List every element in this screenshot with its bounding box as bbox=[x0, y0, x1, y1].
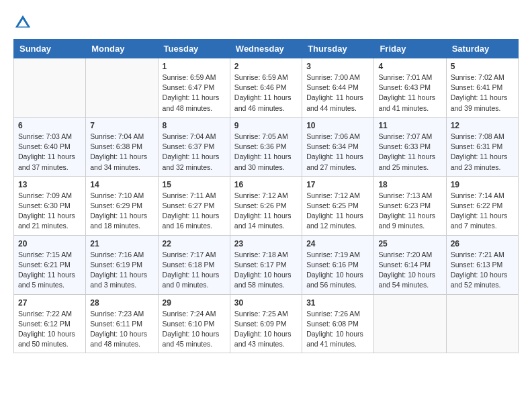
col-header-saturday: Saturday bbox=[446, 40, 518, 58]
day-number: 9 bbox=[234, 121, 298, 130]
calendar-cell: 8Sunrise: 7:04 AM Sunset: 6:37 PM Daylig… bbox=[158, 117, 230, 176]
day-number: 28 bbox=[90, 298, 153, 308]
day-info: Sunrise: 7:21 AM Sunset: 6:13 PM Dayligh… bbox=[451, 250, 514, 291]
day-info: Sunrise: 7:01 AM Sunset: 6:43 PM Dayligh… bbox=[378, 73, 441, 113]
calendar-cell: 21Sunrise: 7:16 AM Sunset: 6:19 PM Dayli… bbox=[86, 235, 158, 294]
day-number: 8 bbox=[163, 121, 226, 130]
calendar-cell: 16Sunrise: 7:12 AM Sunset: 6:26 PM Dayli… bbox=[230, 176, 302, 235]
calendar-cell bbox=[374, 294, 446, 353]
day-info: Sunrise: 7:14 AM Sunset: 6:22 PM Dayligh… bbox=[451, 191, 514, 232]
calendar-cell: 11Sunrise: 7:07 AM Sunset: 6:33 PM Dayli… bbox=[374, 117, 446, 176]
day-number: 24 bbox=[306, 239, 369, 248]
day-info: Sunrise: 7:07 AM Sunset: 6:33 PM Dayligh… bbox=[378, 132, 441, 173]
page-header bbox=[13, 13, 519, 32]
day-number: 31 bbox=[306, 298, 369, 308]
day-info: Sunrise: 7:26 AM Sunset: 6:08 PM Dayligh… bbox=[306, 309, 369, 350]
day-info: Sunrise: 7:12 AM Sunset: 6:26 PM Dayligh… bbox=[234, 191, 298, 232]
calendar-cell: 3Sunrise: 7:00 AM Sunset: 6:44 PM Daylig… bbox=[302, 58, 374, 118]
calendar-week-row: 1Sunrise: 6:59 AM Sunset: 6:47 PM Daylig… bbox=[14, 58, 519, 118]
logo-icon bbox=[13, 13, 32, 32]
calendar-cell: 5Sunrise: 7:02 AM Sunset: 6:41 PM Daylig… bbox=[446, 58, 518, 118]
calendar-cell: 24Sunrise: 7:19 AM Sunset: 6:16 PM Dayli… bbox=[302, 235, 374, 294]
calendar-cell: 19Sunrise: 7:14 AM Sunset: 6:22 PM Dayli… bbox=[446, 176, 518, 235]
calendar-cell: 10Sunrise: 7:06 AM Sunset: 6:34 PM Dayli… bbox=[302, 117, 374, 176]
day-info: Sunrise: 7:09 AM Sunset: 6:30 PM Dayligh… bbox=[18, 191, 81, 232]
day-number: 18 bbox=[378, 180, 441, 189]
day-info: Sunrise: 7:00 AM Sunset: 6:44 PM Dayligh… bbox=[306, 73, 369, 113]
day-number: 29 bbox=[163, 298, 226, 308]
day-info: Sunrise: 7:20 AM Sunset: 6:14 PM Dayligh… bbox=[378, 250, 441, 291]
calendar-table: SundayMondayTuesdayWednesdayThursdayFrid… bbox=[13, 39, 519, 353]
day-number: 3 bbox=[306, 62, 369, 71]
col-header-tuesday: Tuesday bbox=[158, 40, 230, 58]
day-number: 2 bbox=[234, 62, 298, 71]
day-number: 15 bbox=[163, 180, 226, 189]
day-number: 1 bbox=[163, 62, 226, 71]
calendar-week-row: 27Sunrise: 7:22 AM Sunset: 6:12 PM Dayli… bbox=[14, 294, 519, 353]
day-info: Sunrise: 7:12 AM Sunset: 6:25 PM Dayligh… bbox=[306, 191, 369, 232]
col-header-sunday: Sunday bbox=[14, 40, 86, 58]
day-info: Sunrise: 7:17 AM Sunset: 6:18 PM Dayligh… bbox=[163, 250, 226, 291]
calendar-cell: 17Sunrise: 7:12 AM Sunset: 6:25 PM Dayli… bbox=[302, 176, 374, 235]
calendar-cell: 12Sunrise: 7:08 AM Sunset: 6:31 PM Dayli… bbox=[446, 117, 518, 176]
day-number: 19 bbox=[451, 180, 514, 189]
calendar-cell: 30Sunrise: 7:25 AM Sunset: 6:09 PM Dayli… bbox=[230, 294, 302, 353]
calendar-cell: 31Sunrise: 7:26 AM Sunset: 6:08 PM Dayli… bbox=[302, 294, 374, 353]
day-number: 22 bbox=[163, 239, 226, 248]
day-info: Sunrise: 7:16 AM Sunset: 6:19 PM Dayligh… bbox=[90, 250, 153, 291]
day-number: 11 bbox=[378, 121, 441, 130]
calendar-cell: 9Sunrise: 7:05 AM Sunset: 6:36 PM Daylig… bbox=[230, 117, 302, 176]
day-number: 4 bbox=[378, 62, 441, 71]
day-info: Sunrise: 7:24 AM Sunset: 6:10 PM Dayligh… bbox=[163, 309, 226, 350]
calendar-cell: 6Sunrise: 7:03 AM Sunset: 6:40 PM Daylig… bbox=[14, 117, 86, 176]
calendar-cell: 14Sunrise: 7:10 AM Sunset: 6:29 PM Dayli… bbox=[86, 176, 158, 235]
day-number: 6 bbox=[18, 121, 81, 130]
calendar-cell: 28Sunrise: 7:23 AM Sunset: 6:11 PM Dayli… bbox=[86, 294, 158, 353]
day-info: Sunrise: 7:22 AM Sunset: 6:12 PM Dayligh… bbox=[18, 309, 81, 350]
day-info: Sunrise: 7:08 AM Sunset: 6:31 PM Dayligh… bbox=[451, 132, 514, 173]
col-header-friday: Friday bbox=[374, 40, 446, 58]
calendar-cell bbox=[14, 58, 86, 118]
day-number: 20 bbox=[18, 239, 81, 248]
calendar-cell: 18Sunrise: 7:13 AM Sunset: 6:23 PM Dayli… bbox=[374, 176, 446, 235]
day-number: 30 bbox=[234, 298, 298, 308]
day-info: Sunrise: 7:11 AM Sunset: 6:27 PM Dayligh… bbox=[163, 191, 226, 232]
day-number: 26 bbox=[451, 239, 514, 248]
day-info: Sunrise: 7:10 AM Sunset: 6:29 PM Dayligh… bbox=[90, 191, 153, 232]
day-info: Sunrise: 7:05 AM Sunset: 6:36 PM Dayligh… bbox=[234, 132, 298, 173]
day-info: Sunrise: 7:15 AM Sunset: 6:21 PM Dayligh… bbox=[18, 250, 81, 291]
day-info: Sunrise: 7:13 AM Sunset: 6:23 PM Dayligh… bbox=[378, 191, 441, 232]
day-info: Sunrise: 7:02 AM Sunset: 6:41 PM Dayligh… bbox=[451, 73, 514, 113]
day-info: Sunrise: 7:06 AM Sunset: 6:34 PM Dayligh… bbox=[306, 132, 369, 173]
calendar-cell: 4Sunrise: 7:01 AM Sunset: 6:43 PM Daylig… bbox=[374, 58, 446, 118]
calendar-cell: 29Sunrise: 7:24 AM Sunset: 6:10 PM Dayli… bbox=[158, 294, 230, 353]
day-info: Sunrise: 7:19 AM Sunset: 6:16 PM Dayligh… bbox=[306, 250, 369, 291]
day-info: Sunrise: 7:03 AM Sunset: 6:40 PM Dayligh… bbox=[18, 132, 81, 173]
day-number: 17 bbox=[306, 180, 369, 189]
day-info: Sunrise: 6:59 AM Sunset: 6:47 PM Dayligh… bbox=[163, 73, 226, 113]
day-number: 10 bbox=[306, 121, 369, 130]
day-number: 5 bbox=[451, 62, 514, 71]
calendar-cell: 23Sunrise: 7:18 AM Sunset: 6:17 PM Dayli… bbox=[230, 235, 302, 294]
day-info: Sunrise: 7:25 AM Sunset: 6:09 PM Dayligh… bbox=[234, 309, 298, 350]
calendar-cell: 1Sunrise: 6:59 AM Sunset: 6:47 PM Daylig… bbox=[158, 58, 230, 118]
calendar-cell bbox=[446, 294, 518, 353]
col-header-thursday: Thursday bbox=[302, 40, 374, 58]
calendar-cell: 27Sunrise: 7:22 AM Sunset: 6:12 PM Dayli… bbox=[14, 294, 86, 353]
calendar-cell: 15Sunrise: 7:11 AM Sunset: 6:27 PM Dayli… bbox=[158, 176, 230, 235]
day-number: 14 bbox=[90, 180, 153, 189]
day-number: 25 bbox=[378, 239, 441, 248]
calendar-week-row: 13Sunrise: 7:09 AM Sunset: 6:30 PM Dayli… bbox=[14, 176, 519, 235]
day-info: Sunrise: 7:04 AM Sunset: 6:37 PM Dayligh… bbox=[163, 132, 226, 173]
day-info: Sunrise: 7:18 AM Sunset: 6:17 PM Dayligh… bbox=[234, 250, 298, 291]
day-number: 27 bbox=[18, 298, 81, 308]
day-info: Sunrise: 7:04 AM Sunset: 6:38 PM Dayligh… bbox=[90, 132, 153, 173]
calendar-cell: 25Sunrise: 7:20 AM Sunset: 6:14 PM Dayli… bbox=[374, 235, 446, 294]
col-header-monday: Monday bbox=[86, 40, 158, 58]
logo bbox=[13, 13, 35, 32]
day-info: Sunrise: 7:23 AM Sunset: 6:11 PM Dayligh… bbox=[90, 309, 153, 350]
calendar-cell: 22Sunrise: 7:17 AM Sunset: 6:18 PM Dayli… bbox=[158, 235, 230, 294]
day-info: Sunrise: 6:59 AM Sunset: 6:46 PM Dayligh… bbox=[234, 73, 298, 113]
calendar-week-row: 20Sunrise: 7:15 AM Sunset: 6:21 PM Dayli… bbox=[14, 235, 519, 294]
calendar-cell: 20Sunrise: 7:15 AM Sunset: 6:21 PM Dayli… bbox=[14, 235, 86, 294]
